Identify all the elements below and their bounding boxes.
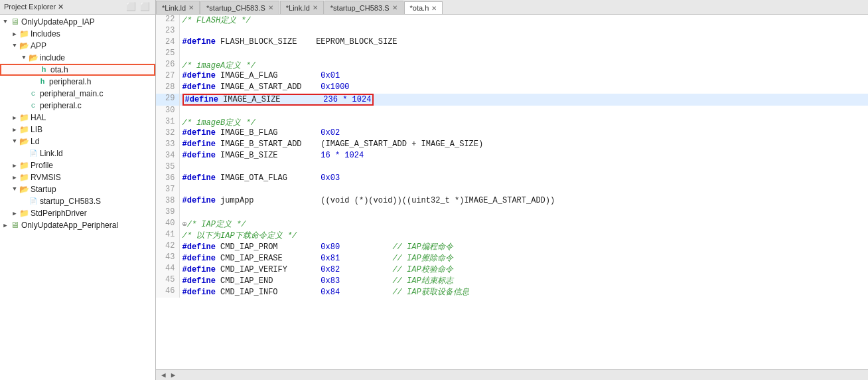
- tree-item-profile[interactable]: ▶ 📁 Profile: [0, 159, 155, 171]
- tree-item-project-peripheral[interactable]: ▶ 🖥 OnlyUpdateApp_Peripheral: [0, 219, 155, 231]
- project-explorer-title: Project Explorer ✕: [4, 3, 64, 11]
- label-profile: Profile: [31, 161, 53, 170]
- line-num-27: 27: [156, 71, 179, 82]
- tab-startup2[interactable]: *startup_CH583.S ✕: [325, 1, 403, 14]
- line-content-22: /* FLASH定义 */: [179, 15, 868, 26]
- line-32: 32 #define IMAGE_B_FLAG 0x02: [156, 128, 868, 140]
- expand-icon[interactable]: ⬜: [139, 2, 151, 12]
- line-num-34: 34: [156, 151, 179, 162]
- tree-item-startup-ch583[interactable]: 📄 startup_CH583.S: [0, 195, 155, 207]
- editor-area: *Link.ld ✕ *startup_CH583.S ✕ *Link.ld ✕…: [156, 0, 868, 380]
- line-36: 36 #define IMAGE_OTA_FLAG 0x03: [156, 173, 868, 185]
- line-content-25: [179, 48, 868, 60]
- arrow-peripheral-c: [20, 102, 28, 110]
- line-content-37: [179, 185, 868, 196]
- tree-item-startup[interactable]: ▼ 📂 Startup: [0, 183, 155, 195]
- line-43: 43 #define CMD_IAP_ERASE 0x81 // IAP擦除命令: [156, 252, 868, 264]
- label-lib: LIB: [31, 125, 42, 134]
- line-num-33: 33: [156, 140, 179, 151]
- tree-item-include[interactable]: ▼ 📂 include: [0, 52, 155, 64]
- line-34: 34 #define IMAGE_B_SIZE 16 * 1024: [156, 151, 868, 162]
- file-icon-peripheral-main: c: [28, 88, 38, 99]
- scroll-left-icon[interactable]: ◀: [161, 371, 166, 379]
- project-icon: 🖥: [9, 17, 20, 27]
- collapse-icon[interactable]: ⬜: [125, 2, 137, 12]
- tree-item-ld[interactable]: ▼ 📂 Ld: [0, 136, 155, 147]
- line-30: 30: [156, 106, 868, 117]
- line-content-39: [179, 207, 868, 219]
- code-editor[interactable]: 22 /* FLASH定义 */ 23 24 #define FLASH_BLO…: [156, 15, 868, 369]
- project-explorer-header: Project Explorer ✕ ⬜ ⬜: [0, 0, 155, 15]
- tree-item-rvmsis[interactable]: ▶ 📁 RVMSIS: [0, 171, 155, 183]
- line-27: 27 #define IMAGE_A_FLAG 0x01: [156, 71, 868, 82]
- arrow-project-peripheral: ▶: [1, 221, 9, 229]
- tab-close-startup1[interactable]: ✕: [268, 4, 273, 11]
- label-include: include: [40, 53, 65, 62]
- line-45: 45 #define CMD_IAP_END 0x83 // IAP结束标志: [156, 275, 868, 286]
- tree-item-stdperiph[interactable]: ▶ 📁 StdPeriphDriver: [0, 207, 155, 219]
- tree-container: ▼ 🖥 OnlyUpdateApp_IAP ▶ 📁 Includes ▼ 📂 A…: [0, 15, 155, 380]
- line-num-22: 22: [156, 15, 179, 26]
- tree-item-app[interactable]: ▼ 📂 APP: [0, 40, 155, 52]
- arrow-lib: ▶: [11, 126, 19, 134]
- folder-icon-include: 📂: [28, 52, 38, 63]
- line-22: 22 /* FLASH定义 */: [156, 15, 868, 26]
- line-content-26: /* imageA定义 */: [179, 60, 868, 71]
- tree-item-peripheral-main-c[interactable]: c peripheral_main.c: [0, 88, 155, 100]
- tab-close-linkld1[interactable]: ✕: [188, 4, 194, 11]
- tab-linkld2[interactable]: *Link.ld ✕: [280, 1, 324, 14]
- line-24: 24 #define FLASH_BLOCK_SIZE EEPROM_BLOCK…: [156, 37, 868, 48]
- line-num-45: 45: [156, 275, 179, 286]
- line-content-32: #define IMAGE_B_FLAG 0x02: [179, 128, 868, 140]
- header-icons: ⬜ ⬜: [125, 2, 151, 12]
- line-46: 46 #define CMD_IAP_INFO 0x84 // IAP获取设备信…: [156, 286, 868, 298]
- line-num-26: 26: [156, 60, 179, 71]
- line-num-24: 24: [156, 37, 179, 48]
- tab-bar: *Link.ld ✕ *startup_CH583.S ✕ *Link.ld ✕…: [156, 0, 868, 15]
- line-content-23: [179, 26, 868, 37]
- label-project-iap: OnlyUpdateApp_IAP: [21, 17, 95, 27]
- label-project-peripheral: OnlyUpdateApp_Peripheral: [21, 221, 118, 230]
- label-startup-ch583: startup_CH583.S: [40, 197, 101, 206]
- tree-item-project-iap[interactable]: ▼ 🖥 OnlyUpdateApp_IAP: [0, 16, 155, 28]
- line-31: 31 /* imageB定义 */: [156, 117, 868, 128]
- line-content-27: #define IMAGE_A_FLAG 0x01: [179, 71, 868, 82]
- tab-otah[interactable]: *ota.h ✕: [404, 1, 443, 15]
- line-content-38: #define jumpApp ((void (*)(void))((uint3…: [179, 196, 868, 207]
- tree-item-lib[interactable]: ▶ 📁 LIB: [0, 124, 155, 136]
- line-num-38: 38: [156, 196, 179, 207]
- folder-icon-includes: 📁: [19, 29, 29, 39]
- line-num-32: 32: [156, 128, 179, 140]
- arrow-app: ▼: [11, 42, 19, 50]
- tab-linkld1[interactable]: *Link.ld ✕: [156, 1, 200, 14]
- tab-close-otah[interactable]: ✕: [431, 5, 437, 12]
- folder-icon-lib: 📁: [19, 124, 29, 135]
- line-num-31: 31: [156, 117, 179, 128]
- line-content-31: /* imageB定义 */: [179, 117, 868, 128]
- arrow-include: ▼: [20, 54, 28, 62]
- tree-item-link-ld[interactable]: 📄 Link.ld: [0, 147, 155, 159]
- tree-item-peripheral-h[interactable]: h peripheral.h: [0, 76, 155, 88]
- line-num-25: 25: [156, 48, 179, 60]
- file-icon-peripheral-c: c: [28, 100, 38, 111]
- tab-close-linkld2[interactable]: ✕: [313, 4, 318, 11]
- line-38: 38 #define jumpApp ((void (*)(void))((ui…: [156, 196, 868, 207]
- line-35: 35: [156, 162, 868, 173]
- tab-startup1[interactable]: *startup_CH583.S ✕: [200, 1, 279, 14]
- scroll-right-icon[interactable]: ▶: [171, 371, 176, 379]
- line-num-41: 41: [156, 230, 179, 241]
- label-rvmsis: RVMSIS: [31, 173, 61, 182]
- project-icon-peripheral: 🖥: [9, 220, 20, 231]
- tree-item-includes[interactable]: ▶ 📁 Includes: [0, 28, 155, 40]
- tree-item-hal[interactable]: ▶ 📁 HAL: [0, 112, 155, 124]
- label-ld: Ld: [31, 137, 39, 146]
- arrow-hal: ▶: [11, 114, 19, 122]
- tab-close-startup2[interactable]: ✕: [392, 4, 398, 11]
- file-icon-link-ld: 📄: [28, 148, 38, 159]
- file-icon-startup-s: 📄: [28, 196, 38, 207]
- arrow-peripheral-main: [20, 90, 28, 98]
- label-includes: Includes: [31, 29, 60, 39]
- tree-item-peripheral-c[interactable]: c peripheral.c: [0, 100, 155, 112]
- tree-item-ota-h[interactable]: h ota.h: [0, 64, 155, 76]
- line-content-28: #define IMAGE_A_START_ADD 0x1000: [179, 82, 868, 94]
